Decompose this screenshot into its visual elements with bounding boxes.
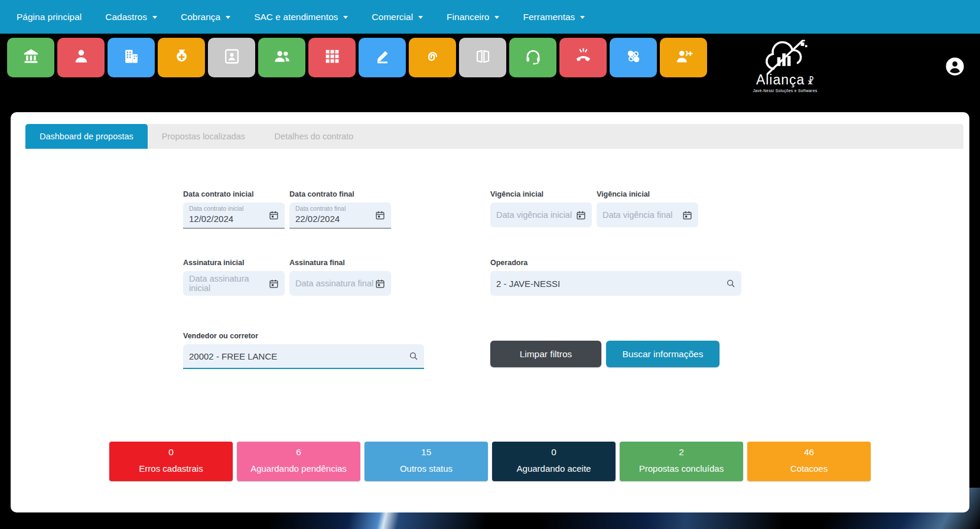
chevron-down-icon	[343, 16, 348, 19]
field-label: Data contrato final	[289, 190, 391, 198]
status-card-aguardando-pend-ncias[interactable]: 6 Aguardando pendências	[237, 442, 360, 481]
shortcut-headset-button[interactable]	[509, 38, 556, 77]
field-label: Vigência inicial	[490, 190, 592, 198]
app-logo: Aliança ☧ Javé-Nessi Soluções e Software…	[735, 39, 835, 93]
field-operadora: Operadora 2 - JAVE-NESSI	[490, 259, 741, 296]
shortcut-bank-button[interactable]	[7, 38, 54, 77]
calendar-icon[interactable]	[576, 210, 586, 220]
person-add-icon	[675, 47, 693, 68]
operadora-input[interactable]: 2 - JAVE-NESSI	[490, 271, 741, 296]
tab-propostas-localizadas[interactable]: Propostas localizadas	[148, 124, 259, 149]
calendar-icon[interactable]	[375, 210, 385, 220]
bank-icon	[22, 47, 40, 68]
status-card-propostas-conclu-das[interactable]: 2 Propostas concluídas	[620, 442, 743, 481]
nav-item-ferramentas[interactable]: Ferramentas	[523, 12, 585, 22]
status-count: 46	[747, 447, 871, 458]
nav-item-comercial[interactable]: Comercial	[372, 12, 423, 22]
nav-item-sac-e-atendimentos[interactable]: SAC e atendimentos	[254, 12, 348, 22]
status-label: Aguardando pendências	[237, 463, 360, 474]
field-label: Vigência inicial	[597, 190, 698, 198]
field-label: Data contrato inicial	[183, 190, 285, 198]
shortcut-bandage-button[interactable]	[610, 38, 657, 77]
data-contrato-final-input[interactable]: Data contrato final 22/02/2024	[289, 203, 391, 228]
main-content-card: Dashboard de propostas Propostas localiz…	[11, 112, 969, 512]
tab-bar: Dashboard de propostas Propostas localiz…	[25, 124, 963, 149]
status-label: Erros cadastrais	[109, 463, 233, 474]
pharmacy-icon	[172, 47, 191, 68]
vigencia-final-input[interactable]: Data vigência final	[597, 203, 698, 227]
chevron-down-icon	[418, 16, 423, 19]
status-card-erros-cadastrais[interactable]: 0 Erros cadastrais	[109, 442, 233, 481]
vendedor-corretor-input[interactable]: 20002 - FREE LANCE	[183, 344, 424, 369]
shortcut-pharmacy-button[interactable]	[158, 38, 205, 77]
chevron-down-icon	[580, 16, 585, 19]
field-data-contrato-final: Data contrato final Data contrato final …	[289, 190, 391, 228]
buscar-informacoes-button[interactable]: Buscar informações	[606, 341, 719, 367]
field-label: Assinatura final	[289, 259, 391, 267]
shortcut-pencil-button[interactable]	[359, 38, 406, 77]
flip-book-icon	[474, 47, 492, 68]
shortcut-phone-missed-button[interactable]	[559, 38, 607, 77]
field-data-contrato-inicial: Data contrato inicial Data contrato inic…	[183, 190, 285, 228]
status-label: Cotacoes	[747, 463, 871, 474]
field-vendedor-corretor: Vendedor ou corretor 20002 - FREE LANCE	[183, 332, 424, 369]
shortcut-id-card-button[interactable]	[208, 38, 255, 77]
field-label: Assinatura inicial	[183, 259, 285, 267]
limpar-filtros-button[interactable]: Limpar filtros	[490, 341, 601, 367]
field-label: Operadora	[490, 259, 741, 267]
status-label: Aguardando aceite	[492, 463, 616, 474]
calendar-icon[interactable]	[269, 210, 279, 220]
search-icon[interactable]	[726, 279, 735, 288]
headset-icon	[524, 47, 542, 68]
shortcut-icon-bar: Aliança ☧ Javé-Nessi Soluções e Software…	[0, 34, 980, 90]
tab-detalhes-do-contrato[interactable]: Detalhes do contrato	[259, 124, 369, 149]
shortcut-paperclip-button[interactable]	[409, 38, 456, 77]
paperclip-icon	[424, 47, 442, 68]
calendar-icon[interactable]	[682, 210, 692, 220]
status-count: 2	[620, 447, 743, 458]
vigencia-inicial-input[interactable]: Data vigência inicial	[490, 203, 592, 227]
chi-rho-icon: ☧	[807, 76, 814, 87]
user-avatar-icon	[945, 57, 965, 76]
nav-item-cadastros[interactable]: Cadastros	[105, 12, 157, 22]
people-icon	[273, 47, 291, 68]
bandage-icon	[624, 47, 643, 68]
calendar-icon[interactable]	[269, 279, 279, 289]
top-navigation: Página principal Cadastros Cobrança SAC …	[0, 0, 980, 34]
shortcut-building-button[interactable]	[108, 38, 155, 77]
status-count: 15	[364, 447, 488, 458]
nav-item-cobran-a[interactable]: Cobrança	[181, 12, 230, 22]
status-count: 6	[237, 447, 360, 458]
nav-item-p-gina-principal[interactable]: Página principal	[17, 12, 82, 22]
shortcut-flip-book-button[interactable]	[459, 38, 506, 77]
chevron-down-icon	[152, 16, 157, 19]
shortcut-people-button[interactable]	[258, 38, 305, 77]
shortcut-grid-button[interactable]	[308, 38, 356, 77]
pencil-icon	[373, 47, 392, 68]
logo-subtitle: Javé-Nessi Soluções e Softwares	[735, 89, 835, 93]
assinatura-inicial-input[interactable]: Data assinatura inicial	[183, 271, 285, 296]
search-icon[interactable]	[409, 351, 418, 361]
field-vigencia-final: Vigência inicial Data vigência final	[597, 190, 698, 227]
shortcut-person-add-button[interactable]	[660, 38, 707, 77]
data-contrato-inicial-input[interactable]: Data contrato inicial 12/02/2024	[183, 203, 285, 228]
status-count: 0	[492, 447, 616, 458]
user-avatar-button[interactable]	[945, 57, 965, 79]
nav-item-financeiro[interactable]: Financeiro	[447, 12, 499, 22]
field-vigencia-inicial: Vigência inicial Data vigência inicial	[490, 190, 592, 227]
assinatura-final-input[interactable]: Data assinatura final	[289, 271, 391, 296]
chevron-down-icon	[494, 16, 499, 19]
status-card-cotacoes[interactable]: 46 Cotacoes	[747, 442, 871, 481]
calendar-icon[interactable]	[375, 279, 385, 289]
field-label: Vendedor ou corretor	[183, 332, 424, 340]
status-card-outros-status[interactable]: 15 Outros status	[364, 442, 488, 481]
shortcut-person-button[interactable]	[57, 38, 105, 77]
building-icon	[122, 47, 141, 68]
status-count: 0	[109, 447, 233, 458]
status-card-aguardando-aceite[interactable]: 0 Aguardando aceite	[492, 442, 616, 481]
status-cards-row: 0 Erros cadastrais 6 Aguardando pendênci…	[109, 442, 871, 481]
tab-dashboard-de-propostas[interactable]: Dashboard de propostas	[25, 124, 148, 149]
chevron-down-icon	[226, 16, 230, 19]
id-card-icon	[223, 47, 241, 68]
field-assinatura-final: Assinatura final Data assinatura final	[289, 259, 391, 296]
